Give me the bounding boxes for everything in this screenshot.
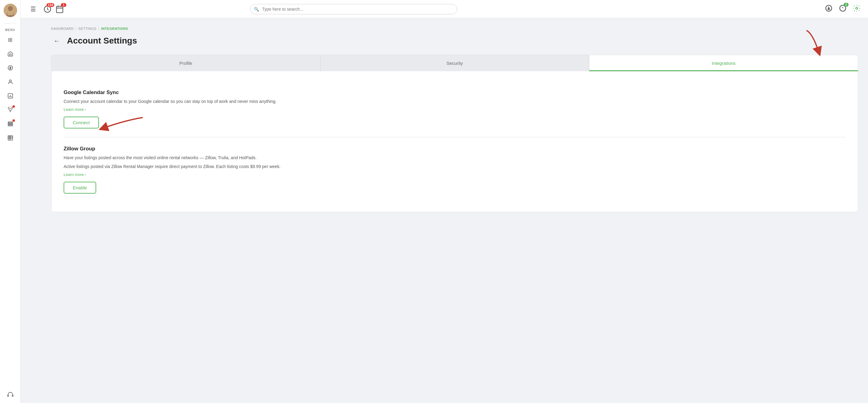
breadcrumb-dashboard[interactable]: DASHBOARD <box>51 27 74 30</box>
back-button[interactable]: ← <box>51 35 62 46</box>
search-input[interactable] <box>250 4 457 14</box>
svg-point-1 <box>8 6 13 11</box>
svg-rect-12 <box>12 395 13 396</box>
google-calendar-title: Google Calendar Sync <box>64 90 846 96</box>
sidebar-item-list[interactable] <box>5 118 16 130</box>
tab-security[interactable]: Security <box>320 55 590 71</box>
alerts-icon-wrap[interactable]: 134 <box>43 5 52 13</box>
breadcrumb-active: INTEGRATIONS <box>101 27 128 30</box>
download-icon-wrap[interactable] <box>825 4 833 14</box>
sidebar-item-home[interactable] <box>5 48 16 60</box>
tabs-and-content: Profile Security Integrations Google Cal… <box>51 55 858 212</box>
chevron-right-icon: › <box>85 107 86 112</box>
sidebar-item-reports[interactable] <box>5 90 16 102</box>
left-sidebar: MENU ⊞ <box>0 0 21 403</box>
content-panel: Google Calendar Sync Connect your accoun… <box>51 71 858 212</box>
breadcrumb-sep-2: / <box>98 27 99 30</box>
google-calendar-section: Google Calendar Sync Connect your accoun… <box>64 81 846 137</box>
svg-rect-8 <box>8 123 12 124</box>
breadcrumb-settings[interactable]: SETTINGS <box>79 27 96 30</box>
sidebar-item-finance[interactable] <box>5 62 16 74</box>
avatar[interactable] <box>4 4 17 17</box>
calendar-icon-wrap[interactable]: 1 <box>55 5 64 13</box>
svg-rect-9 <box>8 125 12 126</box>
main-content: DASHBOARD / SETTINGS / INTEGRATIONS ← Ac… <box>41 18 868 403</box>
tabs-container: Profile Security Integrations <box>51 55 858 71</box>
page-title: Account Settings <box>67 36 137 45</box>
search-bar: 🔍 <box>250 4 457 14</box>
google-calendar-learn-more[interactable]: Learn more › <box>64 107 86 112</box>
enable-button[interactable]: Enable <box>64 182 96 194</box>
svg-point-6 <box>10 111 11 112</box>
hamburger-button[interactable]: ☰ <box>28 4 38 14</box>
menu-label: MENU <box>5 28 15 32</box>
broadcast-badge <box>12 105 15 108</box>
sidebar-item-support[interactable] <box>5 388 16 399</box>
sidebar-item-people[interactable] <box>5 76 16 88</box>
zillow-learn-more[interactable]: Learn more › <box>64 172 86 177</box>
gear-icon <box>853 4 861 12</box>
sidebar-item-dashboard[interactable]: ⊞ <box>5 34 16 45</box>
google-calendar-desc: Connect your account calendar to your Go… <box>64 98 846 105</box>
chevron-right-icon-2: › <box>85 172 86 177</box>
sidebar-item-broadcast[interactable] <box>5 104 16 116</box>
download-icon <box>825 4 833 12</box>
sidebar-item-table[interactable] <box>5 132 16 144</box>
tab-integrations[interactable]: Integrations <box>589 55 858 71</box>
page-header: ← Account Settings <box>51 35 858 46</box>
zillow-desc-2: Active listings posted via Zillow Rental… <box>64 163 846 170</box>
svg-rect-14 <box>57 6 63 12</box>
svg-point-4 <box>9 80 11 82</box>
topbar-right-icons: 2 <box>825 4 861 14</box>
calendar-badge: 1 <box>61 3 66 7</box>
topbar: ☰ 134 1 🔍 <box>21 0 868 18</box>
zillow-desc-1: Have your listings posted across the mos… <box>64 154 846 161</box>
svg-rect-11 <box>7 395 8 396</box>
alerts-badge: 134 <box>46 3 54 7</box>
notification-badge: 2 <box>844 3 848 7</box>
search-icon: 🔍 <box>254 7 259 11</box>
connect-button[interactable]: Connect <box>64 117 99 128</box>
tab-profile[interactable]: Profile <box>52 55 320 71</box>
list-badge <box>12 119 15 122</box>
topbar-alerts: 134 1 <box>43 5 64 13</box>
breadcrumb: DASHBOARD / SETTINGS / INTEGRATIONS <box>51 27 858 30</box>
zillow-section: Zillow Group Have your listings posted a… <box>64 137 846 202</box>
settings-icon-wrap[interactable] <box>853 4 861 14</box>
zillow-title: Zillow Group <box>64 146 846 152</box>
svg-rect-7 <box>8 122 12 123</box>
svg-point-17 <box>856 7 858 9</box>
notification-icon-wrap[interactable]: 2 <box>839 4 847 14</box>
breadcrumb-sep-1: / <box>75 27 77 30</box>
sidebar-divider <box>4 23 17 24</box>
